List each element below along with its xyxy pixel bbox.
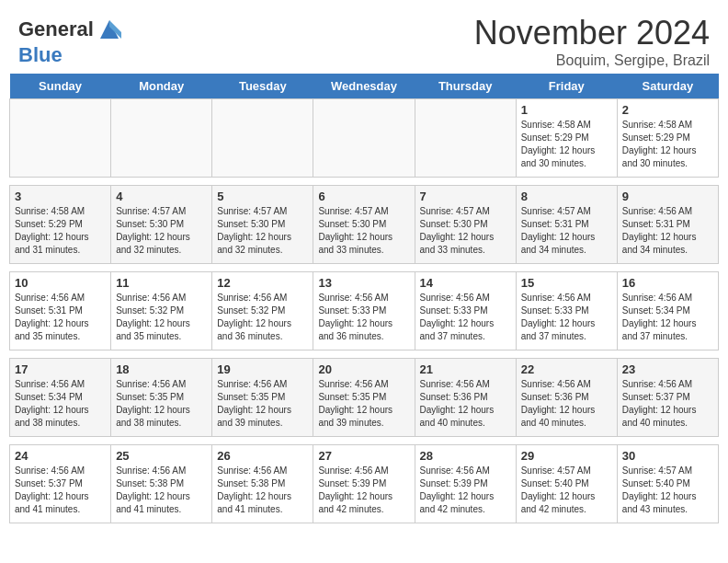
calendar-cell-0-0 — [10, 99, 111, 178]
calendar-cell-4-3: 27Sunrise: 4:56 AM Sunset: 5:39 PM Dayli… — [313, 445, 415, 523]
weekday-header-saturday: Saturday — [617, 74, 718, 99]
day-info-2: Sunrise: 4:58 AM Sunset: 5:29 PM Dayligh… — [622, 119, 713, 170]
calendar-cell-3-0: 17Sunrise: 4:56 AM Sunset: 5:34 PM Dayli… — [10, 359, 111, 437]
day-number-17: 17 — [15, 362, 106, 376]
logo-icon — [96, 16, 123, 43]
weekday-header-friday: Friday — [516, 74, 617, 99]
calendar-cell-0-3 — [313, 99, 415, 178]
day-number-9: 9 — [622, 190, 713, 203]
calendar-cell-1-5: 8Sunrise: 4:57 AM Sunset: 5:31 PM Daylig… — [516, 186, 617, 264]
day-info-4: Sunrise: 4:57 AM Sunset: 5:30 PM Dayligh… — [116, 205, 207, 257]
day-info-10: Sunrise: 4:56 AM Sunset: 5:31 PM Dayligh… — [15, 292, 106, 343]
calendar-cell-3-2: 19Sunrise: 4:56 AM Sunset: 5:35 PM Dayli… — [212, 359, 313, 437]
calendar-cell-4-0: 24Sunrise: 4:56 AM Sunset: 5:37 PM Dayli… — [10, 445, 111, 523]
calendar-cell-2-4: 14Sunrise: 4:56 AM Sunset: 5:33 PM Dayli… — [415, 272, 516, 350]
day-number-11: 11 — [116, 276, 207, 290]
day-info-16: Sunrise: 4:56 AM Sunset: 5:34 PM Dayligh… — [622, 292, 713, 343]
day-number-15: 15 — [521, 276, 612, 290]
calendar-cell-2-1: 11Sunrise: 4:56 AM Sunset: 5:32 PM Dayli… — [111, 272, 212, 350]
calendar-cell-2-2: 12Sunrise: 4:56 AM Sunset: 5:32 PM Dayli… — [212, 272, 313, 350]
calendar-cell-1-6: 9Sunrise: 4:56 AM Sunset: 5:31 PM Daylig… — [617, 186, 718, 264]
day-number-22: 22 — [521, 362, 612, 376]
day-info-14: Sunrise: 4:56 AM Sunset: 5:33 PM Dayligh… — [420, 292, 511, 343]
calendar-cell-4-6: 30Sunrise: 4:57 AM Sunset: 5:40 PM Dayli… — [617, 445, 718, 523]
calendar-cell-3-6: 23Sunrise: 4:56 AM Sunset: 5:37 PM Dayli… — [617, 359, 718, 437]
calendar-cell-0-1 — [111, 99, 212, 178]
day-info-25: Sunrise: 4:56 AM Sunset: 5:38 PM Dayligh… — [116, 465, 207, 516]
spacer-cell — [10, 178, 719, 186]
week-row-4: 17Sunrise: 4:56 AM Sunset: 5:34 PM Dayli… — [10, 359, 719, 437]
calendar-cell-4-5: 29Sunrise: 4:57 AM Sunset: 5:40 PM Dayli… — [516, 445, 617, 523]
day-number-21: 21 — [420, 362, 511, 376]
day-number-27: 27 — [318, 449, 409, 463]
day-info-21: Sunrise: 4:56 AM Sunset: 5:36 PM Dayligh… — [420, 378, 511, 430]
day-number-25: 25 — [116, 449, 207, 463]
calendar-body: 1Sunrise: 4:58 AM Sunset: 5:29 PM Daylig… — [10, 99, 719, 532]
location: Boquim, Sergipe, Brazil — [474, 52, 710, 69]
logo: General Blue — [18, 16, 123, 67]
week-row-1: 1Sunrise: 4:58 AM Sunset: 5:29 PM Daylig… — [10, 99, 719, 178]
spacer-row-1 — [10, 264, 719, 272]
page-header: General Blue November 2024 Boquim, Sergi… — [0, 0, 728, 74]
day-info-26: Sunrise: 4:56 AM Sunset: 5:38 PM Dayligh… — [217, 465, 308, 516]
week-row-5: 24Sunrise: 4:56 AM Sunset: 5:37 PM Dayli… — [10, 445, 719, 523]
logo-general: General — [18, 17, 94, 41]
day-number-18: 18 — [116, 362, 207, 376]
day-number-8: 8 — [521, 190, 612, 203]
day-number-3: 3 — [15, 190, 106, 203]
calendar-header-row: SundayMondayTuesdayWednesdayThursdayFrid… — [10, 74, 719, 99]
day-info-1: Sunrise: 4:58 AM Sunset: 5:29 PM Dayligh… — [521, 119, 612, 170]
month-year: November 2024 — [474, 14, 710, 52]
calendar-cell-1-1: 4Sunrise: 4:57 AM Sunset: 5:30 PM Daylig… — [111, 186, 212, 264]
day-info-29: Sunrise: 4:57 AM Sunset: 5:40 PM Dayligh… — [521, 465, 612, 516]
week-row-2: 3Sunrise: 4:58 AM Sunset: 5:29 PM Daylig… — [10, 186, 719, 264]
day-number-14: 14 — [420, 276, 511, 290]
day-number-10: 10 — [15, 276, 106, 290]
calendar-cell-4-1: 25Sunrise: 4:56 AM Sunset: 5:38 PM Dayli… — [111, 445, 212, 523]
day-number-4: 4 — [116, 190, 207, 203]
day-info-15: Sunrise: 4:56 AM Sunset: 5:33 PM Dayligh… — [521, 292, 612, 343]
logo-blue: Blue — [18, 43, 63, 66]
spacer-row-0 — [10, 178, 719, 186]
day-info-23: Sunrise: 4:56 AM Sunset: 5:37 PM Dayligh… — [622, 378, 713, 430]
calendar-cell-0-5: 1Sunrise: 4:58 AM Sunset: 5:29 PM Daylig… — [516, 99, 617, 178]
day-number-30: 30 — [622, 449, 713, 463]
day-number-19: 19 — [217, 362, 308, 376]
day-number-24: 24 — [15, 449, 106, 463]
day-info-12: Sunrise: 4:56 AM Sunset: 5:32 PM Dayligh… — [217, 292, 308, 343]
day-info-11: Sunrise: 4:56 AM Sunset: 5:32 PM Dayligh… — [116, 292, 207, 343]
day-info-28: Sunrise: 4:56 AM Sunset: 5:39 PM Dayligh… — [420, 465, 511, 516]
day-info-22: Sunrise: 4:56 AM Sunset: 5:36 PM Dayligh… — [521, 378, 612, 430]
calendar-cell-3-1: 18Sunrise: 4:56 AM Sunset: 5:35 PM Dayli… — [111, 359, 212, 437]
spacer-cell — [10, 264, 719, 272]
day-number-28: 28 — [420, 449, 511, 463]
spacer-row-2 — [10, 350, 719, 359]
day-info-13: Sunrise: 4:56 AM Sunset: 5:33 PM Dayligh… — [318, 292, 409, 343]
day-number-6: 6 — [318, 190, 409, 203]
day-info-5: Sunrise: 4:57 AM Sunset: 5:30 PM Dayligh… — [217, 205, 308, 257]
calendar-cell-1-0: 3Sunrise: 4:58 AM Sunset: 5:29 PM Daylig… — [10, 186, 111, 264]
calendar-cell-3-5: 22Sunrise: 4:56 AM Sunset: 5:36 PM Dayli… — [516, 359, 617, 437]
day-info-19: Sunrise: 4:56 AM Sunset: 5:35 PM Dayligh… — [217, 378, 308, 430]
calendar-cell-1-2: 5Sunrise: 4:57 AM Sunset: 5:30 PM Daylig… — [212, 186, 313, 264]
day-info-20: Sunrise: 4:56 AM Sunset: 5:35 PM Dayligh… — [318, 378, 409, 430]
weekday-header-tuesday: Tuesday — [212, 74, 313, 99]
day-info-9: Sunrise: 4:56 AM Sunset: 5:31 PM Dayligh… — [622, 205, 713, 257]
day-number-1: 1 — [521, 103, 612, 117]
day-number-7: 7 — [420, 190, 511, 203]
day-info-7: Sunrise: 4:57 AM Sunset: 5:30 PM Dayligh… — [420, 205, 511, 257]
day-number-5: 5 — [217, 190, 308, 203]
spacer-row-4 — [10, 523, 719, 532]
calendar-cell-3-4: 21Sunrise: 4:56 AM Sunset: 5:36 PM Dayli… — [415, 359, 516, 437]
day-info-30: Sunrise: 4:57 AM Sunset: 5:40 PM Dayligh… — [622, 465, 713, 516]
calendar-cell-1-3: 6Sunrise: 4:57 AM Sunset: 5:30 PM Daylig… — [313, 186, 415, 264]
spacer-row-3 — [10, 437, 719, 445]
calendar-cell-2-5: 15Sunrise: 4:56 AM Sunset: 5:33 PM Dayli… — [516, 272, 617, 350]
week-row-3: 10Sunrise: 4:56 AM Sunset: 5:31 PM Dayli… — [10, 272, 719, 350]
day-info-3: Sunrise: 4:58 AM Sunset: 5:29 PM Dayligh… — [15, 205, 106, 257]
day-info-8: Sunrise: 4:57 AM Sunset: 5:31 PM Dayligh… — [521, 205, 612, 257]
day-number-2: 2 — [622, 103, 713, 117]
day-info-27: Sunrise: 4:56 AM Sunset: 5:39 PM Dayligh… — [318, 465, 409, 516]
day-info-24: Sunrise: 4:56 AM Sunset: 5:37 PM Dayligh… — [15, 465, 106, 516]
weekday-header-thursday: Thursday — [415, 74, 516, 99]
